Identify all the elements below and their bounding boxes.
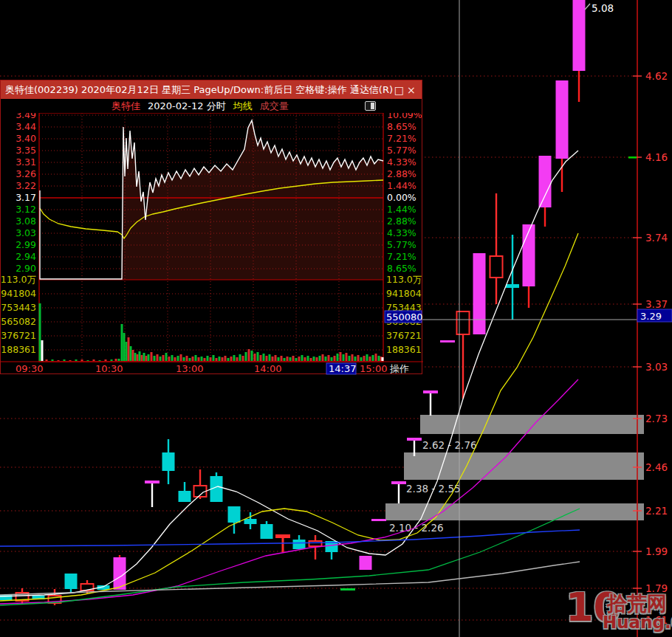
legend-date-mode[interactable]: 2020-02-12 分时: [148, 100, 226, 113]
volume-bar: [366, 354, 368, 361]
volume-bar: [222, 357, 224, 361]
volume-bar: [233, 355, 236, 361]
intraday-legend: 奥特佳 2020-02-12 分时 均线 成交量: [1, 99, 422, 113]
candle: [261, 521, 273, 539]
volume-bar: [337, 354, 339, 361]
volume-bar: [313, 357, 315, 361]
panel-toggle-icon[interactable]: [365, 101, 376, 111]
time-label: 09:30: [16, 363, 43, 374]
volume-bar: [162, 355, 165, 361]
volume-bar: [278, 357, 280, 361]
candle-body-down: [261, 524, 273, 539]
volume-bar: [143, 353, 145, 361]
candle-body-up: [539, 156, 552, 207]
action-button[interactable]: 操作: [389, 363, 409, 374]
volume-bar: [99, 360, 101, 361]
volume-bar: [292, 356, 295, 361]
volume-bar: [105, 359, 107, 361]
intraday-volume-bars: [39, 303, 384, 361]
candle-body-down: [228, 506, 241, 523]
tee-top: [145, 481, 160, 483]
volume-bar: [289, 357, 292, 361]
candle: [65, 574, 78, 593]
volume-bar: [298, 357, 301, 361]
intraday-title-bar[interactable]: 奥特佳(002239) 2020年02月12日 星期三 PageUp/Down:…: [1, 80, 422, 99]
volume-bar: [269, 354, 271, 361]
volume-label: 753443: [1, 302, 36, 313]
price-label: 3.08: [16, 216, 36, 227]
one-price-dash: [440, 340, 455, 342]
legend-volume[interactable]: 成交量: [260, 100, 289, 113]
intraday-chart-canvas: 3.493.443.403.353.313.263.223.173.123.08…: [1, 113, 423, 375]
percent-label: 5.77%: [387, 145, 416, 156]
volume-bar: [41, 340, 44, 361]
price-label: 3.44: [16, 121, 36, 132]
volume-bar: [354, 357, 357, 361]
candle: [423, 390, 438, 416]
tee-top: [423, 390, 438, 393]
candle-body-up: [573, 0, 586, 71]
price-label: 3.03: [16, 227, 36, 238]
volume-label: 376721: [1, 330, 36, 341]
volume-bar: [123, 333, 126, 361]
volume-bar: [126, 342, 128, 361]
volume-bar: [227, 358, 230, 361]
volume-bar: [372, 355, 374, 361]
volume-bar: [352, 354, 354, 361]
doji-bar: [506, 284, 519, 288]
right-labels: 10.09%8.65%7.21%5.77%4.33%2.88%1.44%0.00…: [385, 113, 423, 355]
candle: [145, 481, 160, 507]
watermark-domain: Huang.CN: [603, 613, 672, 632]
candle: [360, 556, 372, 570]
candle: [506, 235, 519, 320]
axis-price-label: 4.16: [645, 151, 668, 163]
volume-bar: [130, 346, 132, 361]
volume-label: 113.0万: [386, 274, 422, 285]
crosshair-price-value: 3.29: [640, 311, 662, 322]
time-axis: 09:3010:3013:0014:0015:0014:37操作: [16, 363, 409, 374]
volume-bar: [340, 352, 342, 361]
percent-label: 8.65%: [387, 121, 416, 132]
volume-bar: [81, 359, 83, 361]
volume-bar: [248, 349, 250, 361]
volume-bar: [128, 337, 130, 361]
price-label: 3.17: [16, 192, 36, 203]
volume-bar: [157, 354, 159, 361]
tee-top: [275, 534, 290, 538]
ma-magenta: [0, 379, 578, 604]
percent-label: 1.44%: [387, 180, 416, 191]
close-window-icon[interactable]: ×: [405, 84, 418, 96]
price-label: 3.26: [16, 168, 36, 179]
volume-bar: [148, 354, 150, 361]
percent-label: 4.33%: [387, 227, 416, 238]
price-zone-label: 2.62 - 2.76: [422, 439, 477, 451]
window-title: 奥特佳(002239) 2020年02月12日 星期三 PageUp/Down:…: [5, 83, 393, 97]
volume-bar: [207, 356, 209, 361]
legend-ma[interactable]: 均线: [233, 100, 253, 113]
volume-bar: [151, 352, 153, 361]
volume-bar: [322, 354, 324, 361]
percent-label: 2.88%: [387, 216, 416, 227]
volume-bar: [284, 358, 286, 361]
volume-bar: [87, 360, 89, 361]
volume-bar: [39, 303, 41, 361]
price-label: 2.99: [16, 239, 36, 250]
time-label: 10:30: [95, 363, 123, 374]
tee-top: [407, 438, 422, 441]
volume-bar: [331, 357, 333, 361]
volume-bar: [69, 360, 72, 361]
volume-bar: [310, 358, 312, 361]
candle: [440, 340, 455, 342]
candle: [179, 482, 191, 502]
volume-bar: [304, 357, 306, 361]
percent-label: 4.33%: [387, 156, 416, 168]
axis-price-label: 4.62: [645, 70, 668, 82]
volume-bar: [154, 356, 156, 361]
percent-label: 1.44%: [387, 204, 416, 215]
restore-window-icon[interactable]: □: [393, 84, 405, 96]
volume-bar: [111, 359, 113, 361]
volume-bar: [93, 359, 95, 361]
volume-bar: [251, 351, 253, 361]
candle-body-up: [473, 253, 486, 334]
volume-bar: [58, 360, 60, 361]
